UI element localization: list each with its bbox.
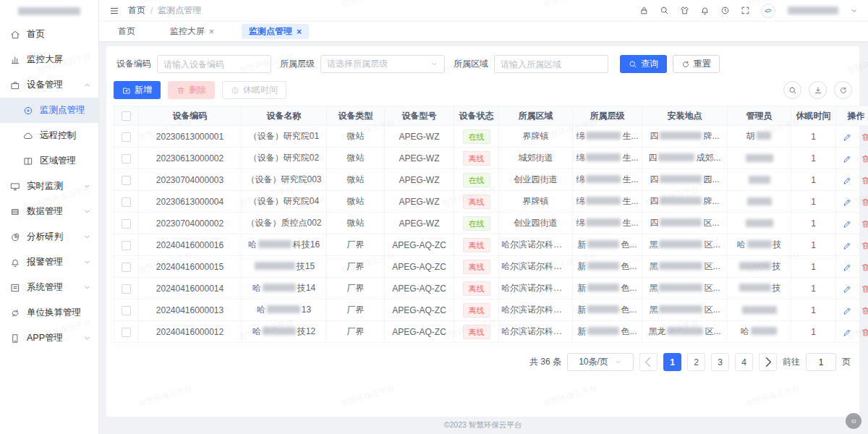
column-header: 设备编码 bbox=[139, 106, 242, 126]
row-checkbox[interactable] bbox=[122, 132, 131, 142]
page-size-select[interactable]: 10条/页 bbox=[567, 353, 634, 371]
user-menu-chevron-icon[interactable] bbox=[851, 7, 858, 14]
device-type-cell: 厂界 bbox=[327, 234, 385, 256]
delete-icon[interactable] bbox=[861, 263, 868, 272]
operations-cell bbox=[836, 191, 868, 213]
delete-icon[interactable] bbox=[861, 176, 868, 185]
redacted-text bbox=[660, 175, 702, 183]
sleep-time-button[interactable]: 休眠时间 bbox=[222, 81, 286, 99]
notifications-icon[interactable] bbox=[700, 6, 710, 15]
tab-close-icon[interactable]: × bbox=[297, 27, 302, 36]
fullscreen-icon[interactable] bbox=[741, 6, 750, 15]
prev-page-button[interactable] bbox=[639, 353, 658, 371]
page-button-1[interactable]: 1 bbox=[663, 353, 681, 371]
search-icon[interactable] bbox=[660, 6, 669, 15]
manager-cell bbox=[728, 148, 791, 169]
sidebar-item-remote-control[interactable]: 远程控制 bbox=[0, 123, 98, 148]
delete-icon[interactable] bbox=[861, 306, 868, 315]
redacted-text bbox=[660, 218, 702, 226]
search-button[interactable]: 查询 bbox=[620, 55, 667, 73]
tab-close-icon[interactable]: × bbox=[209, 27, 214, 36]
theme-icon[interactable] bbox=[680, 6, 689, 15]
menu-toggle-icon[interactable] bbox=[109, 6, 119, 16]
edit-icon[interactable] bbox=[843, 219, 852, 229]
operations-cell bbox=[836, 169, 868, 191]
sidebar-item-realtime-monitoring[interactable]: 实时监测 bbox=[0, 174, 98, 199]
table-search-button[interactable] bbox=[783, 81, 801, 99]
lock-icon[interactable] bbox=[639, 6, 649, 15]
device-code-input[interactable] bbox=[157, 55, 271, 73]
page-list: 1234 bbox=[639, 353, 777, 371]
sidebar-item-monitor-point-management[interactable]: 监测点管理 bbox=[0, 98, 98, 123]
row-checkbox[interactable] bbox=[122, 154, 131, 163]
row-checkbox[interactable] bbox=[122, 219, 131, 229]
edit-icon[interactable] bbox=[843, 328, 852, 337]
status-badge: 在线 bbox=[463, 129, 490, 144]
sidebar-item-data-management[interactable]: 数据管理 bbox=[0, 199, 98, 224]
location-cell: 四成郊... bbox=[642, 148, 728, 169]
row-checkbox[interactable] bbox=[122, 241, 131, 250]
sleep-time-cell: 1 bbox=[791, 234, 836, 256]
edit-icon[interactable] bbox=[843, 132, 852, 142]
history-icon[interactable] bbox=[720, 6, 730, 15]
delete-icon[interactable] bbox=[861, 284, 868, 294]
sidebar-item-monitor-screen[interactable]: 监控大屏 bbox=[0, 47, 98, 72]
tab-monitor-point-management[interactable]: 监测点管理× bbox=[242, 24, 309, 39]
sidebar-item-unit-conversion-management[interactable]: 单位换算管理 bbox=[0, 300, 98, 326]
sleep-time-cell: 1 bbox=[791, 169, 836, 191]
sidebar-item-alarm-management[interactable]: 报警管理 bbox=[0, 250, 98, 275]
edit-icon[interactable] bbox=[843, 154, 852, 163]
edit-icon[interactable] bbox=[843, 241, 852, 250]
edit-icon[interactable] bbox=[843, 263, 852, 272]
redacted-text bbox=[267, 305, 300, 313]
search-icon bbox=[788, 86, 797, 95]
row-checkbox[interactable] bbox=[122, 197, 131, 207]
edit-icon[interactable] bbox=[843, 284, 852, 294]
level-select[interactable]: 请选择所属层级 bbox=[320, 55, 445, 73]
edit-icon[interactable] bbox=[843, 306, 852, 315]
delete-icon[interactable] bbox=[861, 132, 868, 142]
delete-icon[interactable] bbox=[861, 328, 868, 337]
topbar: 首页 / 监测点管理 bbox=[99, 0, 868, 22]
column-header: 管理员 bbox=[728, 106, 791, 126]
avatar[interactable] bbox=[761, 4, 775, 18]
row-checkbox[interactable] bbox=[122, 176, 131, 185]
delete-icon[interactable] bbox=[861, 154, 868, 163]
goto-page-input[interactable] bbox=[806, 353, 836, 371]
reset-button[interactable]: 重置 bbox=[673, 55, 720, 73]
delete-icon[interactable] bbox=[861, 197, 868, 207]
add-button[interactable]: 新增 bbox=[114, 81, 161, 99]
device-type-cell: 厂界 bbox=[327, 278, 385, 299]
status-badge: 离线 bbox=[463, 281, 490, 296]
redacted-text bbox=[659, 240, 702, 248]
page-button-2[interactable]: 2 bbox=[687, 353, 705, 371]
edit-icon[interactable] bbox=[843, 176, 852, 185]
sidebar-item-system-management[interactable]: 系统管理 bbox=[0, 275, 98, 300]
table-refresh-button[interactable] bbox=[834, 81, 852, 99]
sidebar-item-region-management[interactable]: 区域管理 bbox=[0, 148, 98, 174]
page-button-4[interactable]: 4 bbox=[735, 353, 753, 371]
page-button-3[interactable]: 3 bbox=[711, 353, 729, 371]
delete-button[interactable]: 删除 bbox=[168, 81, 215, 99]
sidebar-item-app-management[interactable]: APP管理 bbox=[0, 326, 98, 351]
region-input[interactable] bbox=[494, 55, 608, 73]
edit-icon[interactable] bbox=[843, 197, 852, 207]
row-checkbox[interactable] bbox=[122, 328, 131, 337]
delete-icon[interactable] bbox=[861, 219, 868, 229]
tab-monitor-screen[interactable]: 监控大屏× bbox=[163, 24, 221, 39]
goto-suffix: 页 bbox=[842, 356, 851, 368]
table-row: 20230613000002（设备）研究院02微站APEG-WZ离线城郊街道绵生… bbox=[114, 148, 868, 169]
row-checkbox[interactable] bbox=[122, 306, 131, 315]
sidebar-item-device-management[interactable]: 设备管理 bbox=[0, 72, 98, 98]
select-all-checkbox[interactable] bbox=[122, 111, 131, 121]
row-checkbox[interactable] bbox=[122, 263, 131, 272]
next-page-button[interactable] bbox=[759, 353, 777, 371]
sidebar-item-analysis-judgement[interactable]: 分析研判 bbox=[0, 224, 98, 250]
row-checkbox[interactable] bbox=[122, 284, 131, 294]
tab-home[interactable]: 首页 bbox=[111, 24, 142, 39]
export-button[interactable] bbox=[809, 81, 827, 99]
sidebar-item-home[interactable]: 首页 bbox=[0, 22, 98, 47]
breadcrumb-home[interactable]: 首页 bbox=[128, 4, 145, 17]
widget-toggle-button[interactable] bbox=[846, 413, 861, 429]
delete-icon[interactable] bbox=[861, 241, 868, 250]
